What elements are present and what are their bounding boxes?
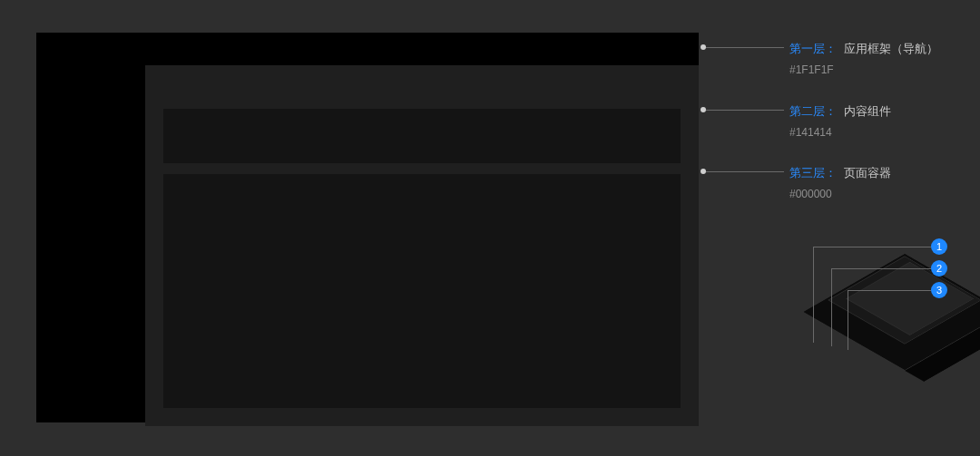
iso-badge-1: 1	[931, 238, 947, 255]
legend-level-label: 第一层：	[789, 42, 837, 55]
legend-entry-2: 第二层： 内容组件 #141414	[789, 102, 891, 141]
legend-hex: #000000	[789, 186, 891, 202]
legend-entry-1: 第一层： 应用框架（导航） #1F1F1F	[789, 40, 938, 78]
iso-leader-1v	[813, 247, 814, 343]
layer-content-component-main	[163, 174, 681, 408]
layer-page-container	[145, 65, 699, 426]
leader-line-3	[706, 171, 784, 172]
layer-app-frame	[36, 33, 699, 422]
legend-hex: #1F1F1F	[789, 62, 938, 78]
legend-level-label: 第三层：	[789, 166, 837, 179]
leader-line-2	[706, 110, 784, 111]
iso-leader-3v	[848, 290, 848, 350]
iso-leader-2v	[831, 268, 832, 346]
legend-level-label: 第二层：	[789, 104, 837, 118]
iso-leader-1h	[813, 247, 931, 247]
iso-badge-3: 3	[931, 282, 947, 298]
legend-entry-3: 第三层： 页面容器 #000000	[789, 164, 891, 202]
isometric-illustration: 1 2 3	[780, 234, 962, 433]
layer-content-component-header	[163, 109, 681, 163]
legend-desc: 页面容器	[844, 166, 891, 179]
iso-leader-3h	[848, 290, 931, 291]
legend-desc: 内容组件	[844, 104, 891, 118]
legend-desc: 应用框架（导航）	[844, 42, 938, 55]
iso-leader-2h	[831, 268, 931, 269]
iso-badge-2: 2	[931, 260, 947, 277]
leader-line-1	[706, 47, 784, 48]
legend-hex: #141414	[789, 124, 891, 141]
